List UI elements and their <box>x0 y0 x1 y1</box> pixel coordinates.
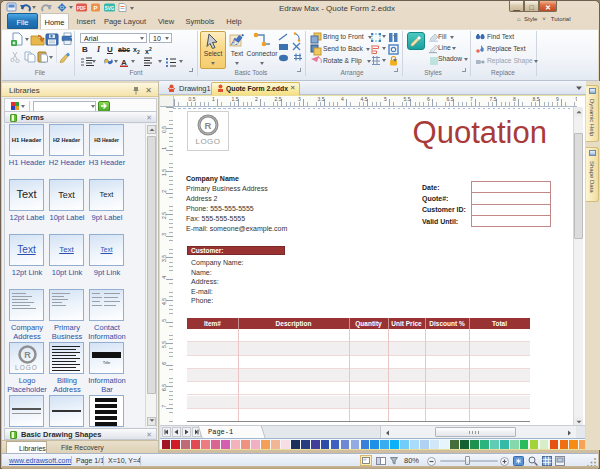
svg-text:R: R <box>205 120 212 131</box>
svg-text:R: R <box>24 350 31 360</box>
